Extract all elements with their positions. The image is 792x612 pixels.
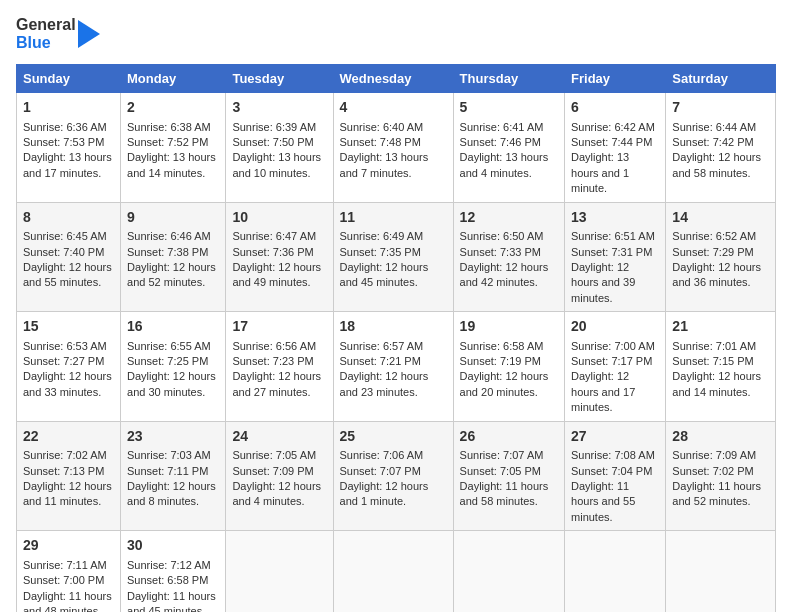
day-number: 13 bbox=[571, 208, 659, 228]
day-cell: 19Sunrise: 6:58 AMSunset: 7:19 PMDayligh… bbox=[453, 312, 564, 422]
day-info: Daylight: 11 hours and 58 minutes. bbox=[460, 479, 558, 510]
header-cell-saturday: Saturday bbox=[666, 65, 776, 93]
day-cell: 26Sunrise: 7:07 AMSunset: 7:05 PMDayligh… bbox=[453, 421, 564, 531]
day-cell: 14Sunrise: 6:52 AMSunset: 7:29 PMDayligh… bbox=[666, 202, 776, 312]
header-cell-monday: Monday bbox=[121, 65, 226, 93]
day-number: 19 bbox=[460, 317, 558, 337]
day-info: Daylight: 11 hours and 52 minutes. bbox=[672, 479, 769, 510]
day-info: Sunset: 7:05 PM bbox=[460, 464, 558, 479]
day-info: Sunset: 7:25 PM bbox=[127, 354, 219, 369]
day-cell: 29Sunrise: 7:11 AMSunset: 7:00 PMDayligh… bbox=[17, 531, 121, 612]
header-cell-wednesday: Wednesday bbox=[333, 65, 453, 93]
day-info: Daylight: 12 hours and 58 minutes. bbox=[672, 150, 769, 181]
day-info: Sunset: 7:13 PM bbox=[23, 464, 114, 479]
day-info: Sunset: 7:33 PM bbox=[460, 245, 558, 260]
day-info: Sunset: 7:40 PM bbox=[23, 245, 114, 260]
day-info: Daylight: 12 hours and 23 minutes. bbox=[340, 369, 447, 400]
day-info: Daylight: 12 hours and 11 minutes. bbox=[23, 479, 114, 510]
day-info: Sunset: 7:44 PM bbox=[571, 135, 659, 150]
day-number: 20 bbox=[571, 317, 659, 337]
day-number: 24 bbox=[232, 427, 326, 447]
day-cell: 5Sunrise: 6:41 AMSunset: 7:46 PMDaylight… bbox=[453, 93, 564, 203]
day-info: Sunset: 7:38 PM bbox=[127, 245, 219, 260]
day-info: Daylight: 12 hours and 27 minutes. bbox=[232, 369, 326, 400]
day-info: Sunrise: 6:52 AM bbox=[672, 229, 769, 244]
day-info: Sunrise: 6:40 AM bbox=[340, 120, 447, 135]
day-info: Daylight: 12 hours and 14 minutes. bbox=[672, 369, 769, 400]
day-cell: 15Sunrise: 6:53 AMSunset: 7:27 PMDayligh… bbox=[17, 312, 121, 422]
day-number: 2 bbox=[127, 98, 219, 118]
day-info: Daylight: 13 hours and 17 minutes. bbox=[23, 150, 114, 181]
day-number: 23 bbox=[127, 427, 219, 447]
day-number: 14 bbox=[672, 208, 769, 228]
day-info: Daylight: 12 hours and 49 minutes. bbox=[232, 260, 326, 291]
day-cell: 6Sunrise: 6:42 AMSunset: 7:44 PMDaylight… bbox=[565, 93, 666, 203]
day-info: Sunset: 7:07 PM bbox=[340, 464, 447, 479]
day-number: 10 bbox=[232, 208, 326, 228]
day-cell: 18Sunrise: 6:57 AMSunset: 7:21 PMDayligh… bbox=[333, 312, 453, 422]
calendar-table: SundayMondayTuesdayWednesdayThursdayFrid… bbox=[16, 64, 776, 612]
day-info: Sunset: 7:29 PM bbox=[672, 245, 769, 260]
day-cell: 23Sunrise: 7:03 AMSunset: 7:11 PMDayligh… bbox=[121, 421, 226, 531]
day-info: Sunrise: 6:58 AM bbox=[460, 339, 558, 354]
day-number: 3 bbox=[232, 98, 326, 118]
day-info: Sunrise: 6:57 AM bbox=[340, 339, 447, 354]
day-info: Sunrise: 6:55 AM bbox=[127, 339, 219, 354]
day-info: Daylight: 12 hours and 17 minutes. bbox=[571, 369, 659, 415]
day-info: Sunrise: 6:53 AM bbox=[23, 339, 114, 354]
day-number: 22 bbox=[23, 427, 114, 447]
day-number: 15 bbox=[23, 317, 114, 337]
day-info: Sunrise: 6:46 AM bbox=[127, 229, 219, 244]
logo-blue: Blue bbox=[16, 34, 76, 52]
day-info: Sunset: 7:21 PM bbox=[340, 354, 447, 369]
day-info: Sunrise: 6:38 AM bbox=[127, 120, 219, 135]
day-info: Sunrise: 7:07 AM bbox=[460, 448, 558, 463]
day-info: Sunrise: 7:11 AM bbox=[23, 558, 114, 573]
day-info: Daylight: 13 hours and 14 minutes. bbox=[127, 150, 219, 181]
day-cell: 10Sunrise: 6:47 AMSunset: 7:36 PMDayligh… bbox=[226, 202, 333, 312]
day-cell: 21Sunrise: 7:01 AMSunset: 7:15 PMDayligh… bbox=[666, 312, 776, 422]
day-info: Sunset: 7:19 PM bbox=[460, 354, 558, 369]
day-info: Daylight: 12 hours and 36 minutes. bbox=[672, 260, 769, 291]
day-info: Sunset: 7:27 PM bbox=[23, 354, 114, 369]
day-cell: 30Sunrise: 7:12 AMSunset: 6:58 PMDayligh… bbox=[121, 531, 226, 612]
day-info: Sunrise: 7:08 AM bbox=[571, 448, 659, 463]
week-row-3: 15Sunrise: 6:53 AMSunset: 7:27 PMDayligh… bbox=[17, 312, 776, 422]
day-info: Sunrise: 6:41 AM bbox=[460, 120, 558, 135]
day-info: Sunset: 7:53 PM bbox=[23, 135, 114, 150]
header-cell-thursday: Thursday bbox=[453, 65, 564, 93]
day-number: 28 bbox=[672, 427, 769, 447]
day-info: Daylight: 12 hours and 42 minutes. bbox=[460, 260, 558, 291]
day-number: 30 bbox=[127, 536, 219, 556]
day-info: Daylight: 13 hours and 7 minutes. bbox=[340, 150, 447, 181]
day-cell: 16Sunrise: 6:55 AMSunset: 7:25 PMDayligh… bbox=[121, 312, 226, 422]
day-info: Daylight: 12 hours and 55 minutes. bbox=[23, 260, 114, 291]
day-cell: 28Sunrise: 7:09 AMSunset: 7:02 PMDayligh… bbox=[666, 421, 776, 531]
day-cell: 22Sunrise: 7:02 AMSunset: 7:13 PMDayligh… bbox=[17, 421, 121, 531]
day-info: Sunrise: 6:45 AM bbox=[23, 229, 114, 244]
day-info: Sunset: 7:48 PM bbox=[340, 135, 447, 150]
day-number: 18 bbox=[340, 317, 447, 337]
day-info: Daylight: 12 hours and 8 minutes. bbox=[127, 479, 219, 510]
day-number: 9 bbox=[127, 208, 219, 228]
day-cell: 12Sunrise: 6:50 AMSunset: 7:33 PMDayligh… bbox=[453, 202, 564, 312]
day-info: Sunrise: 7:06 AM bbox=[340, 448, 447, 463]
day-info: Daylight: 12 hours and 1 minute. bbox=[340, 479, 447, 510]
day-number: 29 bbox=[23, 536, 114, 556]
day-cell bbox=[666, 531, 776, 612]
day-info: Sunrise: 6:51 AM bbox=[571, 229, 659, 244]
day-cell bbox=[333, 531, 453, 612]
day-number: 6 bbox=[571, 98, 659, 118]
day-info: Daylight: 12 hours and 20 minutes. bbox=[460, 369, 558, 400]
svg-marker-0 bbox=[78, 20, 100, 48]
day-cell: 2Sunrise: 6:38 AMSunset: 7:52 PMDaylight… bbox=[121, 93, 226, 203]
day-info: Sunset: 7:31 PM bbox=[571, 245, 659, 260]
day-info: Sunrise: 6:50 AM bbox=[460, 229, 558, 244]
day-cell: 17Sunrise: 6:56 AMSunset: 7:23 PMDayligh… bbox=[226, 312, 333, 422]
logo-container: General Blue bbox=[16, 16, 100, 52]
day-cell: 13Sunrise: 6:51 AMSunset: 7:31 PMDayligh… bbox=[565, 202, 666, 312]
day-info: Sunrise: 6:47 AM bbox=[232, 229, 326, 244]
day-info: Sunset: 7:50 PM bbox=[232, 135, 326, 150]
day-info: Sunrise: 6:39 AM bbox=[232, 120, 326, 135]
day-number: 5 bbox=[460, 98, 558, 118]
